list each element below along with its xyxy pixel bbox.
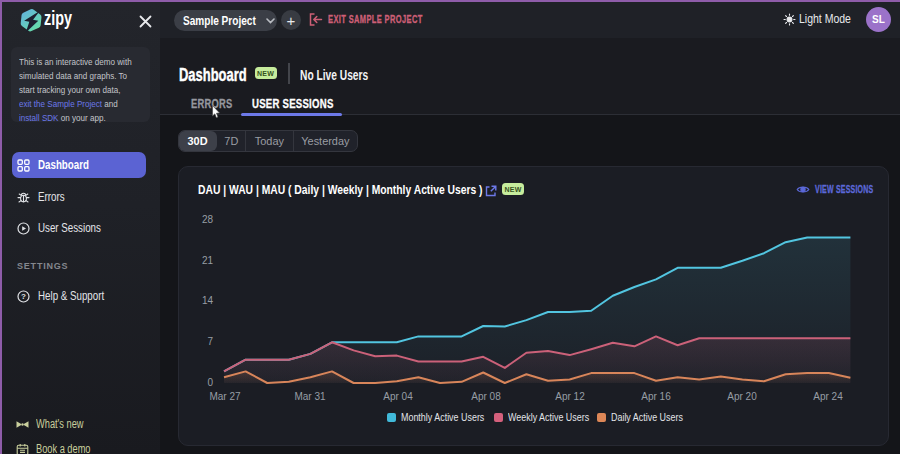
svg-text:?: ? bbox=[21, 292, 26, 301]
